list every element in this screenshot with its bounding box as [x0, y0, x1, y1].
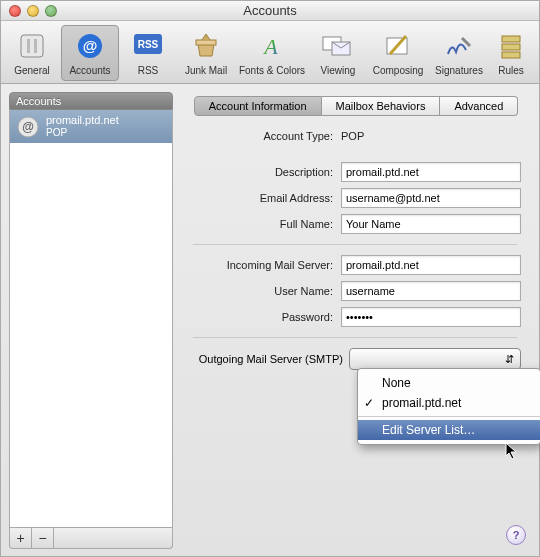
- main-panel: Account Information Mailbox Behaviors Ad…: [181, 92, 531, 549]
- account-item[interactable]: @ promail.ptd.net POP: [10, 110, 172, 143]
- signatures-icon: [442, 31, 476, 61]
- incoming-input[interactable]: [341, 255, 521, 275]
- fullname-label: Full Name:: [189, 218, 341, 230]
- toolbar-composing[interactable]: Composing: [367, 25, 429, 81]
- fonts-icon: A: [255, 31, 289, 61]
- toolbar-label: Rules: [498, 65, 524, 76]
- general-icon: [15, 31, 49, 61]
- separator: [193, 337, 517, 338]
- svg-rect-1: [27, 39, 30, 53]
- fullname-input[interactable]: [341, 214, 521, 234]
- tab-account-info[interactable]: Account Information: [194, 96, 322, 116]
- toolbar-junk[interactable]: Junk Mail: [177, 25, 235, 81]
- incoming-label: Incoming Mail Server:: [189, 259, 341, 271]
- tab-mailbox-behaviors[interactable]: Mailbox Behaviors: [322, 96, 441, 116]
- description-input[interactable]: [341, 162, 521, 182]
- smtp-popup-menu: None ✓ promail.ptd.net Edit Server List…: [357, 368, 540, 445]
- menu-separator: [358, 416, 540, 417]
- password-input[interactable]: [341, 307, 521, 327]
- username-input[interactable]: [341, 281, 521, 301]
- toolbar-label: General: [14, 65, 50, 76]
- separator: [193, 244, 517, 245]
- svg-rect-0: [21, 35, 43, 57]
- toolbar-label: Junk Mail: [185, 65, 227, 76]
- account-name: promail.ptd.net: [46, 114, 119, 127]
- viewing-icon: [321, 31, 355, 61]
- toolbar-general[interactable]: General: [3, 25, 61, 81]
- toolbar-viewing[interactable]: Viewing: [309, 25, 367, 81]
- tab-advanced[interactable]: Advanced: [440, 96, 518, 116]
- svg-text:@: @: [83, 37, 98, 54]
- toolbar-label: Viewing: [321, 65, 356, 76]
- at-icon: @: [16, 115, 40, 139]
- check-icon: ✓: [364, 396, 374, 410]
- username-label: User Name:: [189, 285, 341, 297]
- toolbar-label: Signatures: [435, 65, 483, 76]
- svg-rect-7: [196, 40, 216, 45]
- titlebar: Accounts: [1, 1, 539, 21]
- composing-icon: [381, 31, 415, 61]
- svg-rect-2: [34, 39, 37, 53]
- toolbar-rss[interactable]: RSS RSS: [119, 25, 177, 81]
- smtp-label: Outgoing Mail Server (SMTP): [189, 353, 349, 365]
- svg-text:A: A: [262, 34, 278, 59]
- toolbar-label: Fonts & Colors: [239, 65, 305, 76]
- toolbar-rules[interactable]: Rules: [489, 25, 533, 81]
- email-input[interactable]: [341, 188, 521, 208]
- toolbar-label: Accounts: [69, 65, 110, 76]
- accounts-list[interactable]: @ promail.ptd.net POP: [9, 110, 173, 528]
- description-label: Description:: [189, 166, 341, 178]
- toolbar-signatures[interactable]: Signatures: [429, 25, 489, 81]
- svg-rect-12: [502, 36, 520, 42]
- rules-icon: [494, 31, 528, 61]
- remove-account-button[interactable]: −: [32, 528, 54, 548]
- account-form: Account Type: POP Description: Email Add…: [181, 126, 531, 370]
- rss-icon: RSS: [131, 31, 165, 61]
- menu-item-promail[interactable]: ✓ promail.ptd.net: [358, 393, 540, 413]
- sidebar-header: Accounts: [9, 92, 173, 110]
- menu-item-edit-server-list[interactable]: Edit Server List…: [358, 420, 540, 440]
- svg-rect-13: [502, 44, 520, 50]
- account-type: POP: [46, 127, 119, 139]
- junk-icon: [189, 31, 223, 61]
- cursor-icon: [505, 442, 519, 462]
- toolbar-accounts[interactable]: @ Accounts: [61, 25, 119, 81]
- account-labels: promail.ptd.net POP: [46, 114, 119, 139]
- toolbar-label: RSS: [138, 65, 159, 76]
- toolbar-label: Composing: [373, 65, 424, 76]
- preferences-window: Accounts General @ Accounts RSS RSS Junk…: [0, 0, 540, 557]
- account-type-value: POP: [341, 130, 521, 142]
- email-label: Email Address:: [189, 192, 341, 204]
- menu-item-none[interactable]: None: [358, 373, 540, 393]
- password-label: Password:: [189, 311, 341, 323]
- smtp-select[interactable]: ⇵: [349, 348, 521, 370]
- toolbar-fonts[interactable]: A Fonts & Colors: [235, 25, 309, 81]
- content-area: Accounts @ promail.ptd.net POP + −: [1, 84, 539, 557]
- tabs: Account Information Mailbox Behaviors Ad…: [181, 96, 531, 116]
- prefs-toolbar: General @ Accounts RSS RSS Junk Mail A F…: [1, 21, 539, 84]
- window-title: Accounts: [1, 3, 539, 18]
- sidebar-footer: + −: [9, 528, 173, 549]
- svg-rect-14: [502, 52, 520, 58]
- accounts-icon: @: [73, 31, 107, 61]
- add-account-button[interactable]: +: [10, 528, 32, 548]
- accounts-sidebar: Accounts @ promail.ptd.net POP + −: [9, 92, 173, 549]
- chevron-updown-icon: ⇵: [505, 353, 514, 366]
- svg-text:@: @: [22, 120, 34, 134]
- account-type-label: Account Type:: [189, 130, 341, 142]
- svg-text:RSS: RSS: [138, 39, 159, 50]
- help-button[interactable]: ?: [506, 525, 526, 545]
